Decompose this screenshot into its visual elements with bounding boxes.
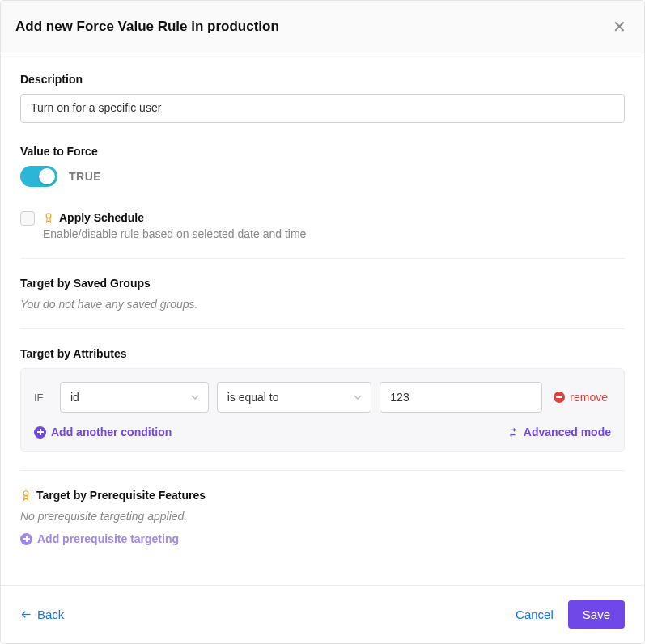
svg-point-1 <box>23 491 28 496</box>
prerequisite-header: Target by Prerequisite Features <box>20 489 625 502</box>
value-toggle-state: TRUE <box>69 170 101 183</box>
description-block: Description <box>20 73 625 125</box>
premium-icon <box>20 489 32 501</box>
operator-select[interactable]: is equal to <box>217 382 372 413</box>
cancel-button[interactable]: Cancel <box>516 608 554 621</box>
value-toggle[interactable] <box>20 166 57 187</box>
save-button[interactable]: Save <box>568 600 625 629</box>
attribute-select[interactable]: id <box>60 382 209 413</box>
schedule-label: Apply Schedule <box>59 211 144 224</box>
prerequisite-empty: No prerequisite targeting applied. <box>20 510 625 523</box>
divider <box>20 328 625 329</box>
plus-circle-icon <box>34 426 46 439</box>
svg-point-0 <box>46 214 51 218</box>
attribute-select-value: id <box>70 391 79 404</box>
minus-circle-icon <box>554 392 565 403</box>
prerequisite-label: Target by Prerequisite Features <box>36 489 206 502</box>
add-condition-label: Add another condition <box>51 426 172 439</box>
attributes-block: Target by Attributes IF id is equal to <box>20 347 625 452</box>
condition-row: IF id is equal to <box>34 382 611 413</box>
add-prerequisite-button[interactable]: Add prerequisite targeting <box>20 532 179 545</box>
premium-icon <box>43 212 54 223</box>
schedule-row: Apply Schedule Enable/disable rule based… <box>20 211 625 240</box>
modal-header: Add new Force Value Rule in production ✕ <box>1 1 644 53</box>
attributes-actions: Add another condition Advanced mode <box>34 426 611 439</box>
description-input[interactable] <box>20 94 625 123</box>
chevron-down-icon <box>189 391 202 404</box>
add-prerequisite-label: Add prerequisite targeting <box>37 532 179 545</box>
operator-select-value: is equal to <box>227 391 279 404</box>
back-label: Back <box>37 608 64 621</box>
modal-title: Add new Force Value Rule in production <box>15 19 279 35</box>
schedule-text: Apply Schedule Enable/disable rule based… <box>43 211 306 240</box>
schedule-label-row: Apply Schedule <box>43 211 306 224</box>
schedule-sublabel: Enable/disable rule based on selected da… <box>43 227 306 240</box>
toggle-knob <box>39 168 55 184</box>
saved-groups-label: Target by Saved Groups <box>20 277 625 290</box>
description-label: Description <box>20 73 625 86</box>
remove-label: remove <box>570 391 608 404</box>
advanced-mode-button[interactable]: Advanced mode <box>507 426 611 439</box>
modal: Add new Force Value Rule in production ✕… <box>0 0 645 644</box>
saved-groups-empty: You do not have any saved groups. <box>20 298 625 311</box>
add-condition-button[interactable]: Add another condition <box>34 426 172 439</box>
advanced-mode-label: Advanced mode <box>524 426 611 439</box>
value-input[interactable] <box>380 382 542 413</box>
swap-icon <box>507 426 519 439</box>
close-button[interactable]: ✕ <box>609 15 630 38</box>
value-to-force-block: Value to Force TRUE <box>20 145 625 187</box>
prerequisite-block: Target by Prerequisite Features No prere… <box>20 489 625 545</box>
modal-body: Description Value to Force TRUE <box>1 53 644 585</box>
plus-circle-icon <box>20 533 32 545</box>
value-to-force-label: Value to Force <box>20 145 625 158</box>
footer-right: Cancel Save <box>516 600 625 629</box>
divider <box>20 258 625 259</box>
value-to-force-row: TRUE <box>20 166 625 187</box>
arrow-left-icon <box>20 608 32 621</box>
modal-footer: Back Cancel Save <box>1 585 644 643</box>
attributes-label: Target by Attributes <box>20 347 625 360</box>
if-label: IF <box>34 392 52 404</box>
back-button[interactable]: Back <box>20 608 64 621</box>
remove-condition-button[interactable]: remove <box>550 391 611 404</box>
chevron-down-icon <box>351 391 364 404</box>
schedule-checkbox[interactable] <box>20 211 35 226</box>
close-icon: ✕ <box>613 18 626 36</box>
saved-groups-block: Target by Saved Groups You do not have a… <box>20 277 625 311</box>
attributes-panel: IF id is equal to <box>20 368 625 452</box>
divider <box>20 470 625 471</box>
